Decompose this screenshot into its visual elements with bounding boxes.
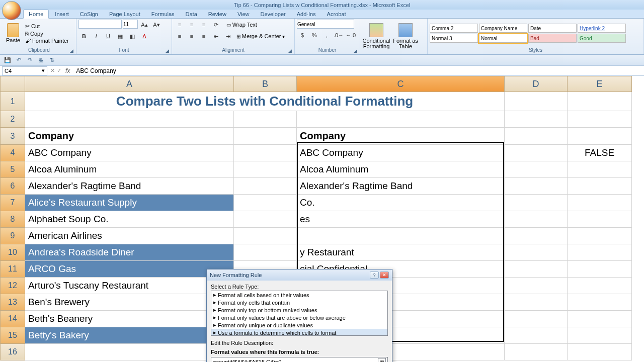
font-size-select[interactable] — [123, 20, 138, 29]
col-header[interactable]: D — [505, 76, 568, 92]
cell[interactable]: Andrea's Roadside Diner — [25, 244, 234, 261]
cell[interactable]: Company — [297, 128, 505, 145]
paste-button[interactable]: Paste — [4, 20, 22, 47]
cell[interactable]: Alexander's Ragtime Band — [297, 178, 505, 195]
dialog-launcher-icon[interactable]: ◢ — [166, 48, 171, 53]
cell[interactable] — [505, 161, 568, 178]
cell[interactable] — [505, 128, 568, 145]
cell[interactable] — [505, 261, 568, 278]
cell[interactable]: Ben's Brewery — [25, 294, 234, 311]
conditional-formatting-button[interactable]: Conditional Formatting — [362, 23, 390, 49]
tab-home[interactable]: Home — [23, 10, 49, 19]
wrap-text-button[interactable]: ▭ Wrap Text — [226, 22, 257, 28]
cell[interactable] — [568, 111, 632, 128]
cell[interactable] — [234, 195, 297, 211]
save-icon[interactable]: 💾 — [3, 56, 12, 64]
format-painter-button[interactable]: 🖌Format Painter — [25, 38, 69, 44]
row-header[interactable]: 11 — [0, 261, 25, 278]
cell[interactable] — [234, 111, 297, 128]
undo-icon[interactable]: ↶ — [14, 56, 23, 64]
cell[interactable] — [568, 178, 632, 195]
indent-dec-icon[interactable]: ⇤ — [210, 31, 221, 41]
office-button[interactable] — [2, 1, 21, 20]
cell[interactable]: Alphabet Soup Co. — [25, 211, 234, 228]
cell[interactable]: American Airlines — [25, 228, 234, 244]
cancel-icon[interactable]: ✕ — [50, 67, 55, 74]
rule-type-item[interactable]: ▸ Format only top or bottom ranked value… — [211, 306, 387, 314]
dialog-launcher-icon[interactable]: ◢ — [70, 48, 75, 53]
cell[interactable] — [505, 211, 568, 228]
cut-button[interactable]: ✂Cut — [25, 23, 69, 30]
cell[interactable] — [568, 228, 632, 244]
format-as-table-button[interactable]: Format as Table — [391, 23, 420, 49]
row-header[interactable]: 12 — [0, 278, 25, 294]
row-header[interactable]: 4 — [0, 145, 25, 161]
tab-view[interactable]: View — [232, 10, 255, 18]
currency-icon[interactable]: $ — [297, 30, 308, 40]
cell[interactable] — [25, 111, 234, 128]
fx-icon[interactable]: fx — [65, 67, 70, 74]
row-header[interactable]: 7 — [0, 195, 25, 211]
col-header[interactable]: E — [568, 76, 632, 92]
align-right-icon[interactable]: ≡ — [198, 31, 209, 41]
bold-button[interactable]: B — [78, 31, 90, 41]
style-cell[interactable]: Normal 3 — [430, 34, 478, 43]
percent-icon[interactable]: % — [309, 30, 320, 40]
row-header[interactable]: 15 — [0, 327, 25, 344]
cell[interactable] — [234, 161, 297, 178]
orientation-icon[interactable]: ⟳ — [210, 20, 221, 30]
cell[interactable]: FALSE — [568, 145, 632, 161]
tab-pagelayout[interactable]: Page Layout — [104, 10, 145, 18]
cell[interactable]: Alexander's Ragtime Band — [25, 178, 234, 195]
row-header[interactable]: 16 — [0, 344, 25, 360]
style-cell[interactable]: Comma 2 — [430, 24, 478, 33]
style-cell[interactable]: Bad — [528, 34, 577, 43]
enter-icon[interactable]: ✓ — [57, 67, 61, 74]
cell[interactable] — [568, 311, 632, 327]
tab-review[interactable]: Review — [203, 10, 231, 18]
cell[interactable]: Alice's Restaurant Supply — [25, 195, 234, 211]
row-header[interactable]: 10 — [0, 244, 25, 261]
grid[interactable]: ABCDE 1Compare Two Lists with Conditiona… — [0, 76, 644, 362]
italic-button[interactable]: I — [91, 31, 102, 41]
cell[interactable] — [568, 161, 632, 178]
cell[interactable] — [505, 195, 568, 211]
style-cell[interactable]: Normal — [479, 34, 527, 43]
cell[interactable] — [234, 145, 297, 161]
align-center-icon[interactable]: ≡ — [186, 31, 197, 41]
cell[interactable] — [505, 92, 568, 111]
cell[interactable] — [568, 92, 632, 111]
tab-developer[interactable]: Developer — [256, 10, 291, 18]
style-cell[interactable]: Date — [528, 24, 577, 33]
style-cell[interactable]: Hyperlink 2 — [578, 24, 626, 33]
merge-center-button[interactable]: ⊞ Merge & Center ▾ — [236, 33, 285, 39]
dialog-launcher-icon[interactable]: ◢ — [288, 48, 293, 53]
cell[interactable] — [505, 228, 568, 244]
col-header[interactable]: B — [234, 76, 297, 92]
align-left-icon[interactable]: ≡ — [174, 31, 185, 41]
cell[interactable] — [568, 244, 632, 261]
align-top-icon[interactable]: ≡ — [174, 20, 185, 30]
row-header[interactable]: 8 — [0, 211, 25, 228]
rule-formula-input[interactable] — [213, 359, 378, 362]
row-header[interactable]: 1 — [0, 92, 25, 111]
cell[interactable]: Compare Two Lists with Conditional Forma… — [25, 92, 505, 111]
cell[interactable] — [234, 211, 297, 228]
rule-type-item[interactable]: ▸ Format only values that are above or b… — [211, 314, 387, 321]
tab-cosign[interactable]: CoSign — [75, 10, 103, 18]
dialog-launcher-icon[interactable]: ◢ — [354, 48, 359, 53]
col-header[interactable]: C — [297, 76, 505, 92]
inc-decimal-icon[interactable]: .0→ — [333, 30, 344, 40]
shrink-font-icon[interactable]: A▾ — [151, 20, 162, 30]
cell[interactable] — [234, 178, 297, 195]
cell[interactable]: Alcoa Aluminum — [25, 161, 234, 178]
cell[interactable]: ABC Company — [297, 145, 505, 161]
tab-add-ins[interactable]: Add-Ins — [292, 10, 321, 18]
cell[interactable] — [25, 344, 234, 360]
collapse-dialog-icon[interactable]: ▦ — [378, 358, 386, 362]
cell[interactable] — [505, 278, 568, 294]
cell[interactable] — [568, 211, 632, 228]
row-header[interactable]: 13 — [0, 294, 25, 311]
cell[interactable] — [568, 278, 632, 294]
cell[interactable] — [297, 228, 505, 244]
